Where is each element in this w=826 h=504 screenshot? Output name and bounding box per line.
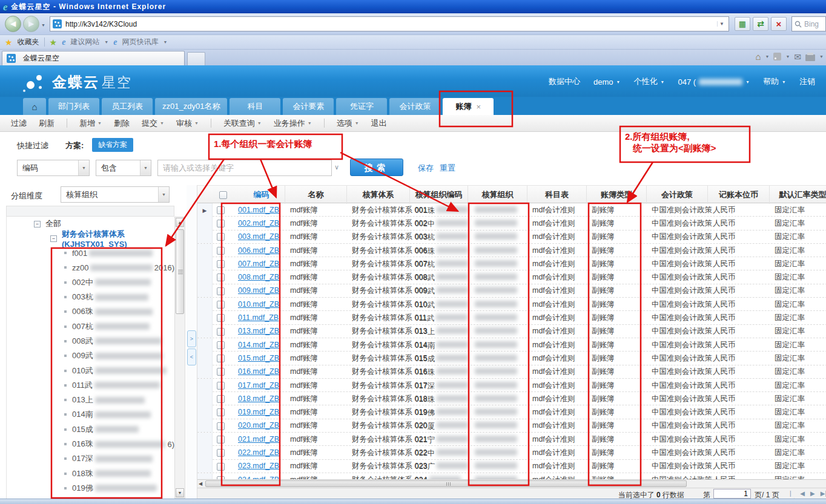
forward-button[interactable]: ▶ [23, 16, 39, 32]
grid-horizontal-scrollbar[interactable]: ◀ [197, 479, 826, 488]
toolbar-item[interactable]: 过滤 [11, 118, 27, 129]
favorites-label[interactable]: 收藏夹 [18, 37, 39, 47]
code-link[interactable]: 019.mdf_ZB [230, 405, 285, 419]
row-checkbox[interactable] [217, 287, 225, 295]
code-link[interactable]: 020.mdf_ZB [230, 419, 285, 432]
collapse-left-icon[interactable]: < [187, 349, 196, 365]
column-header[interactable]: 记账本位币 [708, 186, 770, 204]
code-link[interactable]: 015.mdf_ZB [230, 352, 285, 365]
tree-item[interactable]: 002中 [7, 275, 174, 290]
address-dropdown-icon[interactable]: ▼ [717, 21, 726, 27]
favorites-star-icon[interactable]: ★ [5, 38, 13, 47]
mail-icon[interactable]: ✉ [794, 52, 801, 62]
compatibility-view-icon[interactable]: ▦ [735, 17, 750, 31]
home-tab[interactable]: ⌂ [23, 98, 46, 115]
chevron-down-icon[interactable]: ▼ [158, 187, 169, 202]
column-header[interactable]: 核算组织 [468, 186, 527, 204]
column-header[interactable]: 核算体系 [347, 186, 410, 204]
toolbar-item[interactable]: 删除 [114, 118, 130, 129]
tree-item[interactable]: 010武 [7, 363, 174, 378]
reset-link[interactable]: 重置 [440, 163, 455, 174]
row-checkbox[interactable] [217, 449, 225, 457]
code-link[interactable]: 014.mdf_ZB [230, 338, 285, 352]
tree-scrollbar[interactable]: ▲ ▼ [174, 217, 185, 499]
tree-item[interactable]: 015成 [7, 422, 174, 437]
page-number-input[interactable] [713, 489, 751, 499]
tree-item[interactable]: 016珠6) [7, 437, 174, 451]
scrollbar-thumb[interactable] [176, 229, 184, 314]
module-tab[interactable]: 员工列表 [102, 98, 153, 115]
bing-search-box[interactable]: Bing [791, 16, 826, 31]
tree-item[interactable]: 003杭 [7, 290, 174, 304]
column-header[interactable]: 编码 [230, 186, 285, 204]
tree-item[interactable]: 008武 [7, 334, 174, 349]
scroll-up-icon[interactable]: ▲ [176, 218, 184, 227]
row-checkbox[interactable] [217, 206, 225, 214]
chevron-down-icon[interactable]: ▼ [164, 40, 168, 44]
row-checkbox[interactable] [217, 395, 225, 403]
column-header[interactable]: 科目表 [527, 186, 587, 204]
filter-operator-select[interactable]: 包含 ▼ [96, 160, 151, 176]
tree-item[interactable]: 006珠 [7, 304, 174, 319]
module-tab[interactable]: 部门列表 [48, 98, 99, 115]
code-link[interactable]: 013.mdf_ZB [230, 324, 285, 338]
chevron-down-icon[interactable]: ▼ [765, 54, 769, 59]
default-scheme-button[interactable]: 缺省方案 [92, 138, 133, 152]
code-link[interactable]: 017.mdf_ZB [230, 379, 285, 392]
module-tab[interactable]: zz01_zdy01名称 [155, 98, 227, 115]
code-link[interactable]: 009.mdf_ZB [230, 284, 285, 297]
header-menu-item[interactable]: 047 (▼ [678, 77, 750, 87]
header-menu-item[interactable]: 帮助▼ [763, 76, 786, 87]
module-tab[interactable]: 会计要素 [283, 98, 334, 115]
expand-filter-chevron-icon[interactable]: ∨ [334, 163, 339, 171]
select-all-checkbox[interactable] [219, 191, 227, 199]
column-header[interactable]: 名称 [285, 186, 347, 204]
tree-item[interactable]: 009武 [7, 349, 174, 363]
new-tab-button[interactable] [187, 52, 205, 65]
group-dimension-select[interactable]: 核算组织 ▼ [61, 186, 170, 203]
chevron-down-icon[interactable]: ▼ [785, 54, 790, 59]
module-tab[interactable]: 凭证字 [336, 98, 387, 115]
chevron-down-icon[interactable]: ▼ [104, 40, 108, 44]
row-checkbox[interactable] [217, 301, 225, 309]
tree-item[interactable]: 013上 [7, 393, 174, 407]
code-link[interactable]: 018.mdf_ZB [230, 392, 285, 405]
row-checkbox[interactable] [217, 273, 225, 281]
header-menu-item[interactable]: 数据中心 [549, 76, 580, 87]
code-link[interactable]: 002.mdf_ZB [230, 217, 285, 230]
code-link[interactable]: 003.mdf_ZB [230, 230, 285, 243]
row-checkbox[interactable] [217, 233, 225, 241]
module-tab[interactable]: 科目 [230, 98, 280, 115]
tree-item[interactable]: 017深 [7, 451, 174, 466]
column-header[interactable]: 会计政策 [647, 186, 708, 204]
code-link[interactable]: 008.mdf_ZB [230, 270, 285, 284]
row-checkbox[interactable] [217, 247, 225, 255]
scroll-down-icon[interactable]: ▼ [176, 488, 184, 497]
tree-item[interactable]: zz002016) [7, 260, 174, 275]
address-bar[interactable]: http://k3v142/K3Cloud ▼ [50, 16, 729, 31]
row-checkbox[interactable] [217, 368, 225, 376]
toolbar-item[interactable]: 退出 [371, 118, 387, 129]
module-tab[interactable]: 会计政策 [389, 98, 440, 115]
tree-item[interactable]: 019佛 [7, 481, 174, 496]
web-slices-link[interactable]: 网页快讯库 [122, 37, 159, 47]
rss-feed-icon[interactable] [773, 53, 781, 61]
row-checkbox[interactable] [217, 314, 225, 322]
panel-splitter[interactable]: > < [187, 185, 197, 500]
code-link[interactable]: 006.mdf_ZB [230, 244, 285, 257]
chevron-down-icon[interactable]: ▼ [140, 160, 151, 175]
toolbar-item[interactable]: 提交▼ [142, 118, 164, 129]
header-menu-item[interactable]: 注销 [799, 76, 815, 87]
chevron-down-icon[interactable]: ▼ [819, 54, 824, 59]
code-link[interactable]: 010.mdf_ZB [230, 298, 285, 311]
row-checkbox[interactable] [217, 408, 225, 416]
row-checkbox[interactable] [217, 328, 225, 336]
history-dropdown-icon[interactable]: ▼ [41, 23, 45, 27]
column-header[interactable]: 核算组织编码 [410, 186, 468, 204]
stop-button[interactable]: × [771, 17, 787, 31]
column-header[interactable]: 账簿类型 [587, 186, 647, 204]
row-checkbox[interactable] [217, 260, 225, 268]
column-header[interactable]: 默认汇率类型 [770, 186, 826, 204]
row-checkbox[interactable] [217, 422, 225, 430]
scrollbar-thumb[interactable] [205, 480, 687, 487]
